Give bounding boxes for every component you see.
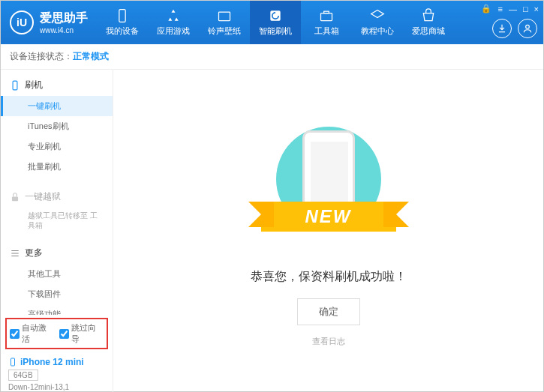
sidebar-item-batch[interactable]: 批量刷机: [1, 157, 113, 177]
success-message: 恭喜您，保资料刷机成功啦！: [251, 269, 407, 285]
auto-activate-checkbox[interactable]: 自动激活: [10, 322, 55, 345]
confirm-button[interactable]: 确定: [297, 298, 360, 325]
sidebar-item-other[interactable]: 其他工具: [1, 264, 113, 284]
sidebar-item-itunes[interactable]: iTunes刷机: [1, 116, 113, 136]
download-button[interactable]: [492, 19, 512, 38]
svg-rect-1: [219, 12, 230, 21]
sidebar: 刷机 一键刷机 iTunes刷机 专业刷机 批量刷机 一键越狱 越狱工具已转移至…: [1, 70, 113, 392]
user-icons: [492, 19, 537, 38]
app-subtitle: www.i4.cn: [40, 26, 88, 34]
tab-my-device[interactable]: 我的设备: [97, 1, 148, 44]
device-model: Down-12mini-13,1: [8, 383, 105, 391]
list-icon: [10, 248, 20, 259]
tab-ringtones[interactable]: 铃声壁纸: [199, 1, 250, 44]
storage-badge: 64GB: [8, 370, 38, 381]
lock-icon: [10, 192, 20, 202]
lock-icon[interactable]: 🔒: [481, 4, 491, 13]
store-icon: [421, 8, 436, 23]
phone-icon: [8, 358, 17, 367]
sidebar-item-pro[interactable]: 专业刷机: [1, 136, 113, 157]
device-name[interactable]: iPhone 12 mini: [8, 357, 105, 367]
toolbox-icon: [319, 8, 334, 23]
svg-rect-0: [119, 10, 125, 22]
close-button[interactable]: ×: [534, 4, 539, 13]
sidebar-group-jailbreak[interactable]: 一键越狱: [1, 186, 113, 208]
folder-icon: [217, 8, 232, 23]
phone-icon: [115, 8, 130, 23]
phone-icon: [10, 80, 20, 91]
options-box: 自动激活 跳过向导: [5, 318, 108, 349]
svg-rect-4: [324, 11, 329, 13]
tab-toolbox[interactable]: 工具箱: [301, 1, 352, 44]
status-row: 设备连接状态：正常模式: [1, 44, 543, 70]
new-badge: NEW: [261, 202, 396, 232]
status-value: 正常模式: [73, 51, 109, 61]
svg-rect-8: [11, 358, 15, 366]
tab-smart-flash[interactable]: 智能刷机: [250, 1, 301, 44]
logo-area: iU 爱思助手 www.i4.cn: [1, 10, 97, 34]
maximize-button[interactable]: □: [523, 4, 528, 13]
tab-store[interactable]: 爱思商城: [403, 1, 454, 44]
svg-point-5: [526, 25, 530, 28]
skip-guide-checkbox[interactable]: 跳过向导: [59, 322, 104, 345]
logo-icon: iU: [10, 10, 34, 34]
user-button[interactable]: [518, 19, 537, 38]
app-window: iU 爱思助手 www.i4.cn 我的设备 应用游戏 铃声壁纸 智能刷机 工具…: [0, 0, 544, 392]
apps-icon: [166, 8, 181, 23]
svg-rect-7: [12, 196, 18, 201]
success-illustration: NEW: [254, 119, 404, 254]
nav-tabs: 我的设备 应用游戏 铃声壁纸 智能刷机 工具箱 教程中心 爱思商城: [97, 1, 454, 44]
sidebar-group-more[interactable]: 更多: [1, 242, 113, 264]
app-title: 爱思助手: [40, 10, 88, 26]
titlebar: iU 爱思助手 www.i4.cn 我的设备 应用游戏 铃声壁纸 智能刷机 工具…: [1, 1, 543, 44]
tab-apps[interactable]: 应用游戏: [148, 1, 199, 44]
device-info: iPhone 12 mini 64GB Down-12mini-13,1: [1, 352, 113, 392]
status-label: 设备连接状态：: [10, 51, 73, 61]
refresh-icon: [268, 8, 283, 23]
tab-tutorials[interactable]: 教程中心: [352, 1, 403, 44]
sidebar-group-flash[interactable]: 刷机: [1, 74, 113, 96]
view-log-link[interactable]: 查看日志: [312, 336, 345, 347]
menu-icon[interactable]: ≡: [497, 4, 502, 13]
main-content: NEW 恭喜您，保资料刷机成功啦！ 确定 查看日志: [113, 70, 543, 392]
svg-rect-3: [321, 13, 332, 21]
sidebar-item-advanced[interactable]: 高级功能: [1, 304, 113, 315]
graduation-icon: [370, 8, 385, 23]
window-controls: 🔒 ≡ — □ ×: [481, 4, 539, 13]
minimize-button[interactable]: —: [509, 4, 517, 13]
jailbreak-note: 越狱工具已转移至 工具箱: [1, 208, 113, 233]
sidebar-item-oneclick[interactable]: 一键刷机: [1, 96, 113, 116]
sidebar-item-firmware[interactable]: 下载固件: [1, 284, 113, 304]
svg-rect-6: [13, 81, 17, 90]
